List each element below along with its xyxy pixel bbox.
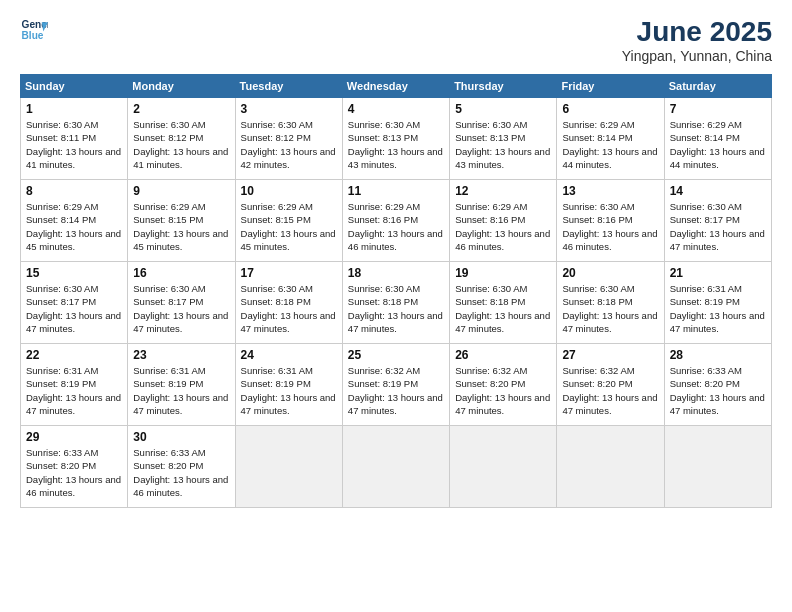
day-info: Sunrise: 6:30 AM Sunset: 8:16 PM Dayligh… bbox=[562, 201, 657, 252]
day-info: Sunrise: 6:29 AM Sunset: 8:15 PM Dayligh… bbox=[241, 201, 336, 252]
day-info: Sunrise: 6:30 AM Sunset: 8:17 PM Dayligh… bbox=[133, 283, 228, 334]
table-row bbox=[342, 426, 449, 508]
table-row: 29 Sunrise: 6:33 AM Sunset: 8:20 PM Dayl… bbox=[21, 426, 128, 508]
table-row: 10 Sunrise: 6:29 AM Sunset: 8:15 PM Dayl… bbox=[235, 180, 342, 262]
table-row: 28 Sunrise: 6:33 AM Sunset: 8:20 PM Dayl… bbox=[664, 344, 771, 426]
day-number: 24 bbox=[241, 348, 337, 362]
day-info: Sunrise: 6:29 AM Sunset: 8:14 PM Dayligh… bbox=[562, 119, 657, 170]
day-number: 27 bbox=[562, 348, 658, 362]
day-info: Sunrise: 6:30 AM Sunset: 8:13 PM Dayligh… bbox=[455, 119, 550, 170]
table-row: 5 Sunrise: 6:30 AM Sunset: 8:13 PM Dayli… bbox=[450, 98, 557, 180]
day-number: 21 bbox=[670, 266, 766, 280]
calendar-table: Sunday Monday Tuesday Wednesday Thursday… bbox=[20, 74, 772, 508]
table-row bbox=[235, 426, 342, 508]
day-info: Sunrise: 6:29 AM Sunset: 8:14 PM Dayligh… bbox=[26, 201, 121, 252]
main-title: June 2025 bbox=[622, 16, 772, 48]
table-row: 19 Sunrise: 6:30 AM Sunset: 8:18 PM Dayl… bbox=[450, 262, 557, 344]
header: General Blue June 2025 Yingpan, Yunnan, … bbox=[20, 16, 772, 64]
day-number: 3 bbox=[241, 102, 337, 116]
day-info: Sunrise: 6:30 AM Sunset: 8:18 PM Dayligh… bbox=[348, 283, 443, 334]
day-info: Sunrise: 6:31 AM Sunset: 8:19 PM Dayligh… bbox=[670, 283, 765, 334]
day-number: 14 bbox=[670, 184, 766, 198]
col-tuesday: Tuesday bbox=[235, 75, 342, 98]
table-row bbox=[664, 426, 771, 508]
table-row: 7 Sunrise: 6:29 AM Sunset: 8:14 PM Dayli… bbox=[664, 98, 771, 180]
page: General Blue June 2025 Yingpan, Yunnan, … bbox=[0, 0, 792, 612]
table-row: 1 Sunrise: 6:30 AM Sunset: 8:11 PM Dayli… bbox=[21, 98, 128, 180]
table-row: 3 Sunrise: 6:30 AM Sunset: 8:12 PM Dayli… bbox=[235, 98, 342, 180]
day-info: Sunrise: 6:33 AM Sunset: 8:20 PM Dayligh… bbox=[670, 365, 765, 416]
day-number: 12 bbox=[455, 184, 551, 198]
day-info: Sunrise: 6:29 AM Sunset: 8:14 PM Dayligh… bbox=[670, 119, 765, 170]
table-row: 22 Sunrise: 6:31 AM Sunset: 8:19 PM Dayl… bbox=[21, 344, 128, 426]
table-row: 15 Sunrise: 6:30 AM Sunset: 8:17 PM Dayl… bbox=[21, 262, 128, 344]
svg-text:Blue: Blue bbox=[22, 30, 44, 41]
day-info: Sunrise: 6:32 AM Sunset: 8:20 PM Dayligh… bbox=[562, 365, 657, 416]
day-info: Sunrise: 6:33 AM Sunset: 8:20 PM Dayligh… bbox=[26, 447, 121, 498]
table-row: 6 Sunrise: 6:29 AM Sunset: 8:14 PM Dayli… bbox=[557, 98, 664, 180]
day-info: Sunrise: 6:32 AM Sunset: 8:20 PM Dayligh… bbox=[455, 365, 550, 416]
col-wednesday: Wednesday bbox=[342, 75, 449, 98]
day-number: 16 bbox=[133, 266, 229, 280]
day-info: Sunrise: 6:31 AM Sunset: 8:19 PM Dayligh… bbox=[133, 365, 228, 416]
day-info: Sunrise: 6:30 AM Sunset: 8:12 PM Dayligh… bbox=[133, 119, 228, 170]
day-number: 18 bbox=[348, 266, 444, 280]
logo: General Blue bbox=[20, 16, 48, 44]
day-number: 29 bbox=[26, 430, 122, 444]
day-info: Sunrise: 6:30 AM Sunset: 8:13 PM Dayligh… bbox=[348, 119, 443, 170]
day-number: 6 bbox=[562, 102, 658, 116]
table-row: 11 Sunrise: 6:29 AM Sunset: 8:16 PM Dayl… bbox=[342, 180, 449, 262]
day-info: Sunrise: 6:29 AM Sunset: 8:15 PM Dayligh… bbox=[133, 201, 228, 252]
col-sunday: Sunday bbox=[21, 75, 128, 98]
day-number: 17 bbox=[241, 266, 337, 280]
table-row: 23 Sunrise: 6:31 AM Sunset: 8:19 PM Dayl… bbox=[128, 344, 235, 426]
table-row: 2 Sunrise: 6:30 AM Sunset: 8:12 PM Dayli… bbox=[128, 98, 235, 180]
day-number: 13 bbox=[562, 184, 658, 198]
col-saturday: Saturday bbox=[664, 75, 771, 98]
day-info: Sunrise: 6:30 AM Sunset: 8:18 PM Dayligh… bbox=[241, 283, 336, 334]
table-row: 12 Sunrise: 6:29 AM Sunset: 8:16 PM Dayl… bbox=[450, 180, 557, 262]
table-row: 21 Sunrise: 6:31 AM Sunset: 8:19 PM Dayl… bbox=[664, 262, 771, 344]
table-row: 24 Sunrise: 6:31 AM Sunset: 8:19 PM Dayl… bbox=[235, 344, 342, 426]
table-row: 25 Sunrise: 6:32 AM Sunset: 8:19 PM Dayl… bbox=[342, 344, 449, 426]
day-info: Sunrise: 6:30 AM Sunset: 8:18 PM Dayligh… bbox=[455, 283, 550, 334]
table-row: 20 Sunrise: 6:30 AM Sunset: 8:18 PM Dayl… bbox=[557, 262, 664, 344]
table-row: 14 Sunrise: 6:30 AM Sunset: 8:17 PM Dayl… bbox=[664, 180, 771, 262]
table-row: 30 Sunrise: 6:33 AM Sunset: 8:20 PM Dayl… bbox=[128, 426, 235, 508]
day-number: 1 bbox=[26, 102, 122, 116]
day-number: 7 bbox=[670, 102, 766, 116]
day-number: 2 bbox=[133, 102, 229, 116]
day-number: 30 bbox=[133, 430, 229, 444]
day-info: Sunrise: 6:32 AM Sunset: 8:19 PM Dayligh… bbox=[348, 365, 443, 416]
day-number: 23 bbox=[133, 348, 229, 362]
day-info: Sunrise: 6:30 AM Sunset: 8:11 PM Dayligh… bbox=[26, 119, 121, 170]
day-info: Sunrise: 6:30 AM Sunset: 8:17 PM Dayligh… bbox=[26, 283, 121, 334]
day-info: Sunrise: 6:29 AM Sunset: 8:16 PM Dayligh… bbox=[348, 201, 443, 252]
table-row: 18 Sunrise: 6:30 AM Sunset: 8:18 PM Dayl… bbox=[342, 262, 449, 344]
subtitle: Yingpan, Yunnan, China bbox=[622, 48, 772, 64]
title-block: June 2025 Yingpan, Yunnan, China bbox=[622, 16, 772, 64]
col-thursday: Thursday bbox=[450, 75, 557, 98]
day-number: 20 bbox=[562, 266, 658, 280]
day-number: 22 bbox=[26, 348, 122, 362]
day-info: Sunrise: 6:31 AM Sunset: 8:19 PM Dayligh… bbox=[26, 365, 121, 416]
table-row: 17 Sunrise: 6:30 AM Sunset: 8:18 PM Dayl… bbox=[235, 262, 342, 344]
day-number: 15 bbox=[26, 266, 122, 280]
table-row: 16 Sunrise: 6:30 AM Sunset: 8:17 PM Dayl… bbox=[128, 262, 235, 344]
table-row: 26 Sunrise: 6:32 AM Sunset: 8:20 PM Dayl… bbox=[450, 344, 557, 426]
day-number: 25 bbox=[348, 348, 444, 362]
day-number: 9 bbox=[133, 184, 229, 198]
table-row: 27 Sunrise: 6:32 AM Sunset: 8:20 PM Dayl… bbox=[557, 344, 664, 426]
table-row: 8 Sunrise: 6:29 AM Sunset: 8:14 PM Dayli… bbox=[21, 180, 128, 262]
day-number: 26 bbox=[455, 348, 551, 362]
day-number: 8 bbox=[26, 184, 122, 198]
table-row: 9 Sunrise: 6:29 AM Sunset: 8:15 PM Dayli… bbox=[128, 180, 235, 262]
day-info: Sunrise: 6:30 AM Sunset: 8:18 PM Dayligh… bbox=[562, 283, 657, 334]
day-number: 5 bbox=[455, 102, 551, 116]
day-number: 11 bbox=[348, 184, 444, 198]
day-info: Sunrise: 6:29 AM Sunset: 8:16 PM Dayligh… bbox=[455, 201, 550, 252]
day-info: Sunrise: 6:30 AM Sunset: 8:17 PM Dayligh… bbox=[670, 201, 765, 252]
table-row: 13 Sunrise: 6:30 AM Sunset: 8:16 PM Dayl… bbox=[557, 180, 664, 262]
col-monday: Monday bbox=[128, 75, 235, 98]
day-info: Sunrise: 6:33 AM Sunset: 8:20 PM Dayligh… bbox=[133, 447, 228, 498]
